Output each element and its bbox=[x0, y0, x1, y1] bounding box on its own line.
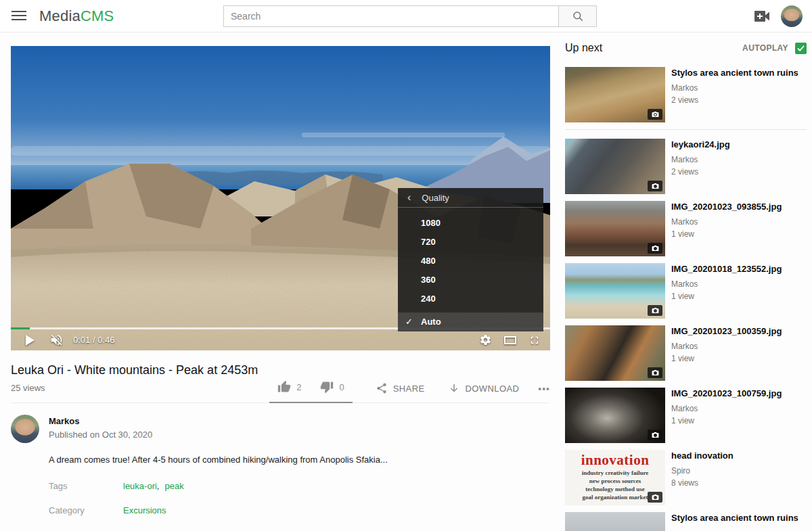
app-logo[interactable]: MediaCMS bbox=[39, 7, 114, 25]
quality-option-1080[interactable]: 1080 bbox=[398, 214, 543, 233]
video-title[interactable]: Stylos area ancient town ruins bbox=[671, 68, 798, 78]
list-item[interactable]: leykaori24.jpg Markos 2 views bbox=[565, 139, 807, 194]
video-views: 2 views bbox=[671, 95, 798, 105]
share-button[interactable]: SHARE bbox=[376, 382, 425, 402]
list-item[interactable]: IMG_20201023_100359.jpg Markos 1 view bbox=[565, 325, 807, 381]
video-thumbnail[interactable]: innovation industry creativity failure n… bbox=[565, 450, 665, 505]
video-thumbnail[interactable] bbox=[565, 325, 665, 381]
video-info-section: Leuka Ori - White mountains - Peak at 24… bbox=[11, 350, 550, 531]
page-title: Leuka Ori - White mountains - Peak at 24… bbox=[11, 363, 550, 377]
dislike-button[interactable]: 0 bbox=[320, 380, 344, 394]
tag-link-peak[interactable]: peak bbox=[164, 481, 183, 491]
video-description: A dream comes true! After 4-5 hours of c… bbox=[49, 454, 550, 467]
list-item[interactable]: innovation industry creativity failure n… bbox=[565, 450, 807, 505]
mute-icon[interactable] bbox=[49, 333, 64, 347]
search-input[interactable] bbox=[223, 5, 559, 27]
quality-option-480[interactable]: 480 bbox=[398, 252, 543, 271]
user-avatar[interactable] bbox=[781, 5, 803, 27]
fullscreen-icon[interactable] bbox=[528, 334, 541, 346]
search-bar bbox=[223, 5, 597, 27]
video-thumbnail[interactable] bbox=[565, 201, 665, 256]
related-media-list: Stylos area ancient town ruins Markos 2 … bbox=[565, 67, 807, 531]
more-options-button[interactable]: ••• bbox=[538, 384, 550, 402]
video-player[interactable]: ‹ Quality 1080 720 480 360 240 ✓ Auto 0:… bbox=[11, 46, 550, 350]
video-thumbnail[interactable] bbox=[565, 139, 665, 194]
video-title[interactable]: IMG_20201023_100759.jpg bbox=[671, 388, 782, 399]
video-author: Markos bbox=[671, 404, 782, 413]
theater-mode-icon[interactable] bbox=[503, 335, 517, 346]
list-item[interactable]: IMG_20201023_100759.jpg Markos 1 view bbox=[565, 388, 807, 443]
video-title[interactable]: leykaori24.jpg bbox=[671, 139, 730, 150]
video-author: Markos bbox=[671, 83, 798, 93]
camera-icon bbox=[648, 367, 662, 378]
video-author: Markos bbox=[671, 217, 782, 227]
tags-label: Tags bbox=[49, 481, 123, 491]
author-avatar[interactable] bbox=[11, 415, 39, 443]
video-views: 8 views bbox=[671, 478, 734, 488]
action-bar: 2 0 SHARE DOWNLOAD ••• bbox=[269, 380, 550, 402]
quality-option-auto[interactable]: ✓ Auto bbox=[398, 313, 543, 331]
logo-text-media: Media bbox=[39, 7, 81, 24]
video-views: 1 view bbox=[671, 416, 782, 425]
video-title[interactable]: IMG_20201023_100359.jpg bbox=[671, 326, 782, 337]
up-next-title: Up next bbox=[565, 42, 602, 54]
time-display: 0:01 / 0:46 bbox=[73, 335, 114, 345]
rating-group: 2 0 bbox=[269, 380, 352, 403]
settings-icon[interactable] bbox=[479, 333, 492, 346]
tag-separator: , bbox=[157, 481, 160, 491]
list-item[interactable]: IMG_20201023_093855.jpg Markos 1 view bbox=[565, 201, 807, 256]
video-title[interactable]: IMG_20201018_123552.jpg bbox=[671, 264, 782, 275]
checkmark-icon bbox=[797, 45, 805, 51]
share-icon bbox=[376, 382, 388, 394]
upload-media-icon[interactable] bbox=[754, 9, 770, 23]
quality-option-240[interactable]: 240 bbox=[398, 290, 543, 308]
view-count: 25 views bbox=[11, 383, 45, 402]
video-views: 1 view bbox=[671, 292, 782, 301]
tags-row: Tags leuka-ori,peak bbox=[49, 481, 550, 491]
video-thumbnail[interactable] bbox=[565, 388, 665, 443]
video-title[interactable]: head inovation bbox=[671, 451, 734, 461]
camera-icon bbox=[648, 243, 662, 254]
menu-icon[interactable] bbox=[12, 11, 26, 22]
video-thumbnail[interactable] bbox=[565, 67, 665, 122]
video-title[interactable]: Stylos area ancient town ruins bbox=[671, 513, 798, 524]
video-thumbnail[interactable] bbox=[565, 263, 665, 319]
list-item[interactable]: Stylos area ancient town ruins Markos 2 … bbox=[565, 67, 807, 122]
author-row: Markos Published on Oct 30, 2020 bbox=[11, 415, 550, 443]
category-label: Category bbox=[49, 505, 123, 515]
list-item[interactable]: IMG_20201018_123552.jpg Markos 1 view bbox=[565, 263, 807, 319]
autoplay-checkbox[interactable] bbox=[795, 43, 807, 54]
tag-link-leuka-ori[interactable]: leuka-ori bbox=[123, 481, 157, 491]
video-views: 1 view bbox=[671, 229, 782, 239]
quality-menu-back[interactable]: ‹ Quality bbox=[398, 188, 543, 208]
category-link[interactable]: Excursions bbox=[123, 505, 166, 515]
download-button[interactable]: DOWNLOAD bbox=[448, 382, 520, 402]
video-thumbnail[interactable] bbox=[565, 512, 665, 531]
author-name[interactable]: Markos bbox=[49, 416, 152, 426]
quality-menu: ‹ Quality 1080 720 480 360 240 ✓ Auto bbox=[398, 188, 543, 331]
camera-icon bbox=[648, 109, 662, 120]
quality-option-360[interactable]: 360 bbox=[398, 271, 543, 290]
quality-option-720[interactable]: 720 bbox=[398, 233, 543, 252]
list-item[interactable]: Stylos area ancient town ruins bbox=[565, 512, 807, 531]
category-row: Category Excursions bbox=[49, 505, 550, 515]
quality-menu-title: Quality bbox=[422, 193, 449, 203]
wordcloud-text: industry creativity failure bbox=[565, 469, 665, 477]
up-next-sidebar: Up next AUTOPLAY Stylos area ancient tow… bbox=[565, 42, 807, 531]
share-label: SHARE bbox=[393, 384, 425, 394]
video-title[interactable]: IMG_20201023_093855.jpg bbox=[671, 202, 782, 212]
like-button[interactable]: 2 bbox=[277, 380, 301, 394]
dislike-count: 0 bbox=[339, 382, 344, 392]
checkmark-icon: ✓ bbox=[405, 313, 413, 331]
video-views: 1 view bbox=[671, 354, 782, 363]
thumb-down-icon bbox=[320, 380, 334, 394]
video-views: 2 views bbox=[671, 167, 730, 177]
camera-icon bbox=[648, 492, 662, 503]
search-icon bbox=[572, 10, 584, 22]
publish-date: Published on Oct 30, 2020 bbox=[49, 430, 152, 440]
video-author: Markos bbox=[671, 342, 782, 351]
search-button[interactable] bbox=[559, 5, 597, 27]
play-button[interactable] bbox=[26, 335, 35, 346]
video-author: Markos bbox=[671, 279, 782, 289]
meta-row: 25 views 2 0 SHARE DOWNLOAD •• bbox=[11, 380, 550, 403]
